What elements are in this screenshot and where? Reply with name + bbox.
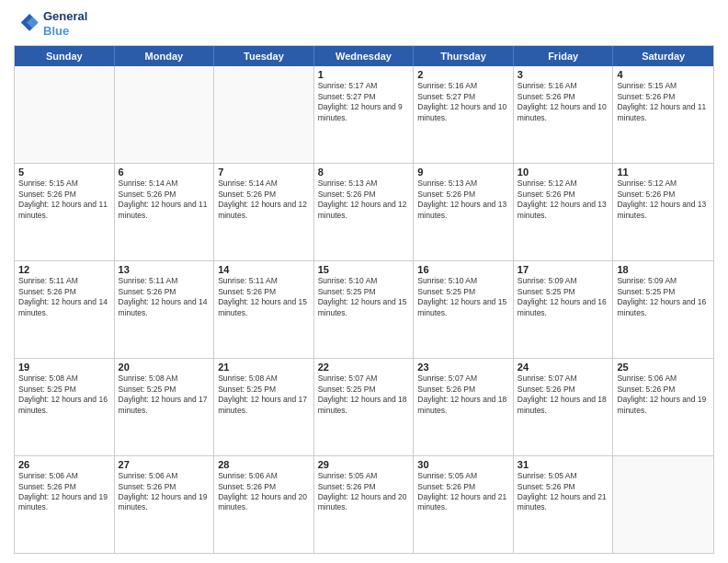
- day-info: Sunrise: 5:06 AMSunset: 5:26 PMDaylight:…: [119, 471, 210, 513]
- day-number: 28: [218, 459, 310, 470]
- day-cell: [613, 456, 713, 553]
- day-info: Sunrise: 5:06 AMSunset: 5:26 PMDaylight:…: [617, 373, 710, 416]
- logo-text: General Blue: [43, 9, 87, 38]
- day-info: Sunrise: 5:09 AMSunset: 5:25 PMDaylight:…: [518, 276, 609, 318]
- day-number: 3: [518, 69, 609, 80]
- day-info: Sunrise: 5:16 AMSunset: 5:26 PMDaylight:…: [518, 81, 609, 123]
- day-cell: 28Sunrise: 5:06 AMSunset: 5:26 PMDayligh…: [214, 456, 314, 553]
- day-cell: 18Sunrise: 5:09 AMSunset: 5:25 PMDayligh…: [613, 261, 713, 358]
- day-header-monday: Monday: [115, 46, 215, 66]
- day-number: 11: [617, 167, 710, 178]
- day-info: Sunrise: 5:05 AMSunset: 5:26 PMDaylight:…: [518, 471, 609, 513]
- day-cell: 10Sunrise: 5:12 AMSunset: 5:26 PMDayligh…: [514, 164, 614, 260]
- week-row-4: 19Sunrise: 5:08 AMSunset: 5:25 PMDayligh…: [15, 359, 713, 456]
- day-cell: 16Sunrise: 5:10 AMSunset: 5:25 PMDayligh…: [414, 261, 514, 358]
- day-number: 26: [18, 459, 110, 470]
- day-info: Sunrise: 5:08 AMSunset: 5:25 PMDaylight:…: [119, 373, 210, 416]
- day-info: Sunrise: 5:11 AMSunset: 5:26 PMDaylight:…: [18, 276, 110, 318]
- day-cell: [15, 66, 115, 163]
- day-header-saturday: Saturday: [613, 46, 713, 66]
- day-cell: 14Sunrise: 5:11 AMSunset: 5:26 PMDayligh…: [214, 261, 314, 358]
- day-headers: SundayMondayTuesdayWednesdayThursdayFrid…: [15, 46, 713, 66]
- day-cell: 20Sunrise: 5:08 AMSunset: 5:25 PMDayligh…: [115, 359, 215, 455]
- calendar-body: 1Sunrise: 5:17 AMSunset: 5:27 PMDaylight…: [15, 66, 713, 553]
- day-cell: 11Sunrise: 5:12 AMSunset: 5:26 PMDayligh…: [613, 164, 713, 260]
- day-number: 27: [119, 459, 210, 470]
- day-cell: [115, 66, 215, 163]
- day-info: Sunrise: 5:08 AMSunset: 5:25 PMDaylight:…: [218, 373, 310, 416]
- day-number: 31: [518, 459, 609, 470]
- day-cell: 25Sunrise: 5:06 AMSunset: 5:26 PMDayligh…: [613, 359, 713, 455]
- day-info: Sunrise: 5:12 AMSunset: 5:26 PMDaylight:…: [518, 178, 609, 221]
- day-cell: 24Sunrise: 5:07 AMSunset: 5:26 PMDayligh…: [514, 359, 614, 455]
- day-cell: 13Sunrise: 5:11 AMSunset: 5:26 PMDayligh…: [115, 261, 215, 358]
- day-info: Sunrise: 5:07 AMSunset: 5:26 PMDaylight:…: [518, 373, 609, 416]
- day-cell: 27Sunrise: 5:06 AMSunset: 5:26 PMDayligh…: [115, 456, 215, 553]
- day-info: Sunrise: 5:05 AMSunset: 5:26 PMDaylight:…: [318, 471, 410, 513]
- day-info: Sunrise: 5:06 AMSunset: 5:26 PMDaylight:…: [18, 471, 110, 513]
- day-number: 14: [218, 264, 310, 275]
- day-number: 6: [119, 167, 210, 178]
- day-info: Sunrise: 5:11 AMSunset: 5:26 PMDaylight:…: [218, 276, 310, 318]
- day-cell: 15Sunrise: 5:10 AMSunset: 5:25 PMDayligh…: [314, 261, 415, 358]
- day-cell: 19Sunrise: 5:08 AMSunset: 5:25 PMDayligh…: [15, 359, 115, 455]
- day-info: Sunrise: 5:05 AMSunset: 5:26 PMDaylight:…: [417, 471, 509, 513]
- day-cell: 7Sunrise: 5:14 AMSunset: 5:26 PMDaylight…: [214, 164, 314, 260]
- day-cell: 12Sunrise: 5:11 AMSunset: 5:26 PMDayligh…: [15, 261, 115, 358]
- day-cell: 9Sunrise: 5:13 AMSunset: 5:26 PMDaylight…: [414, 164, 514, 260]
- week-row-2: 5Sunrise: 5:15 AMSunset: 5:26 PMDaylight…: [15, 164, 713, 261]
- day-info: Sunrise: 5:11 AMSunset: 5:26 PMDaylight:…: [119, 276, 210, 318]
- day-cell: 17Sunrise: 5:09 AMSunset: 5:25 PMDayligh…: [514, 261, 614, 358]
- day-info: Sunrise: 5:14 AMSunset: 5:26 PMDaylight:…: [119, 178, 210, 221]
- day-info: Sunrise: 5:06 AMSunset: 5:26 PMDaylight:…: [218, 471, 310, 513]
- day-number: 9: [417, 167, 509, 178]
- day-info: Sunrise: 5:09 AMSunset: 5:25 PMDaylight:…: [617, 276, 710, 318]
- day-cell: 3Sunrise: 5:16 AMSunset: 5:26 PMDaylight…: [514, 66, 614, 163]
- day-number: 17: [518, 264, 609, 275]
- day-info: Sunrise: 5:17 AMSunset: 5:27 PMDaylight:…: [318, 81, 410, 123]
- day-number: 4: [617, 69, 710, 80]
- logo-icon: [14, 11, 40, 37]
- day-cell: 23Sunrise: 5:07 AMSunset: 5:26 PMDayligh…: [414, 359, 514, 455]
- day-cell: 2Sunrise: 5:16 AMSunset: 5:27 PMDaylight…: [414, 66, 514, 163]
- day-info: Sunrise: 5:10 AMSunset: 5:25 PMDaylight:…: [318, 276, 410, 318]
- day-number: 15: [318, 264, 410, 275]
- day-cell: 21Sunrise: 5:08 AMSunset: 5:25 PMDayligh…: [214, 359, 314, 455]
- week-row-3: 12Sunrise: 5:11 AMSunset: 5:26 PMDayligh…: [15, 261, 713, 359]
- day-header-tuesday: Tuesday: [214, 46, 314, 66]
- day-info: Sunrise: 5:15 AMSunset: 5:26 PMDaylight:…: [617, 81, 710, 123]
- day-number: 8: [318, 167, 410, 178]
- day-info: Sunrise: 5:12 AMSunset: 5:26 PMDaylight:…: [617, 178, 710, 221]
- day-cell: 22Sunrise: 5:07 AMSunset: 5:25 PMDayligh…: [314, 359, 415, 455]
- day-cell: 5Sunrise: 5:15 AMSunset: 5:26 PMDaylight…: [15, 164, 115, 260]
- day-number: 22: [318, 362, 410, 373]
- day-info: Sunrise: 5:10 AMSunset: 5:25 PMDaylight:…: [417, 276, 509, 318]
- day-number: 1: [318, 69, 410, 80]
- day-number: 16: [417, 264, 509, 275]
- day-cell: [214, 66, 314, 163]
- day-number: 10: [518, 167, 609, 178]
- day-info: Sunrise: 5:15 AMSunset: 5:26 PMDaylight:…: [18, 178, 110, 221]
- day-number: 18: [617, 264, 710, 275]
- day-number: 19: [18, 362, 110, 373]
- day-number: 12: [18, 264, 110, 275]
- day-info: Sunrise: 5:08 AMSunset: 5:25 PMDaylight:…: [18, 373, 110, 416]
- day-cell: 31Sunrise: 5:05 AMSunset: 5:26 PMDayligh…: [514, 456, 614, 553]
- day-cell: 4Sunrise: 5:15 AMSunset: 5:26 PMDaylight…: [613, 66, 713, 163]
- day-number: 20: [119, 362, 210, 373]
- week-row-1: 1Sunrise: 5:17 AMSunset: 5:27 PMDaylight…: [15, 66, 713, 164]
- day-number: 25: [617, 362, 710, 373]
- header: General Blue: [14, 9, 714, 38]
- day-number: 2: [417, 69, 509, 80]
- day-header-wednesday: Wednesday: [314, 46, 415, 66]
- day-number: 29: [318, 459, 410, 470]
- day-info: Sunrise: 5:07 AMSunset: 5:25 PMDaylight:…: [318, 373, 410, 416]
- logo: General Blue: [14, 9, 87, 38]
- day-cell: 8Sunrise: 5:13 AMSunset: 5:26 PMDaylight…: [314, 164, 415, 260]
- day-number: 21: [218, 362, 310, 373]
- day-header-thursday: Thursday: [414, 46, 514, 66]
- day-cell: 26Sunrise: 5:06 AMSunset: 5:26 PMDayligh…: [15, 456, 115, 553]
- day-number: 30: [417, 459, 509, 470]
- day-cell: 6Sunrise: 5:14 AMSunset: 5:26 PMDaylight…: [115, 164, 215, 260]
- day-cell: 29Sunrise: 5:05 AMSunset: 5:26 PMDayligh…: [314, 456, 415, 553]
